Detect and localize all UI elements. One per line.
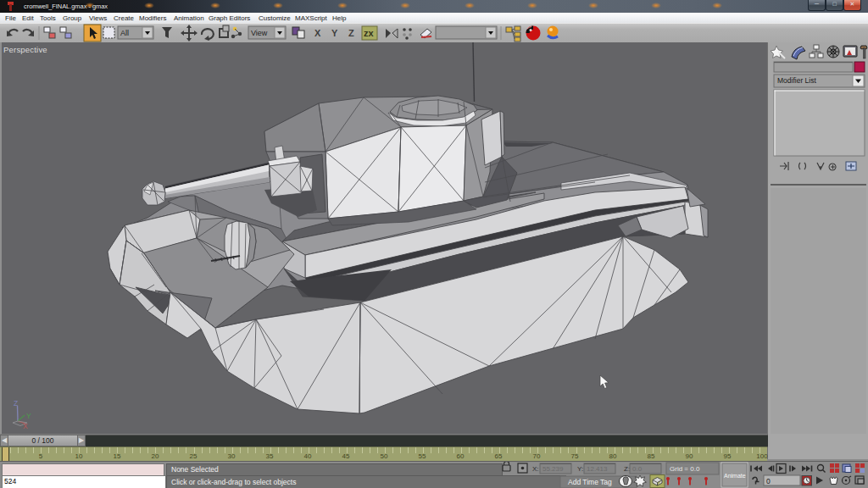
svg-text:View: View bbox=[251, 29, 268, 37]
svg-text:55.239: 55.239 bbox=[542, 465, 564, 473]
svg-text:0.0: 0.0 bbox=[632, 465, 643, 473]
svg-text:Z: Z bbox=[14, 399, 18, 408]
svg-text:Grid = 0.0: Grid = 0.0 bbox=[670, 465, 700, 473]
svg-text:Y: Y bbox=[331, 28, 338, 38]
svg-text:X: X bbox=[23, 422, 28, 430]
svg-text:Add Time Tag: Add Time Tag bbox=[568, 478, 612, 486]
svg-text:Z: Z bbox=[348, 28, 354, 38]
svg-text:Animate: Animate bbox=[724, 473, 746, 479]
svg-text:Z:: Z: bbox=[624, 465, 630, 473]
svg-text:0: 0 bbox=[766, 477, 771, 485]
svg-text:X:: X: bbox=[532, 465, 539, 473]
svg-text:12.413: 12.413 bbox=[587, 465, 608, 473]
svg-text:X: X bbox=[314, 28, 321, 38]
svg-text:All: All bbox=[120, 29, 129, 37]
svg-text:zx: zx bbox=[364, 28, 375, 38]
svg-text:Modifier List: Modifier List bbox=[777, 76, 816, 85]
svg-text:Y:: Y: bbox=[577, 465, 583, 473]
svg-text:Y: Y bbox=[26, 412, 31, 420]
